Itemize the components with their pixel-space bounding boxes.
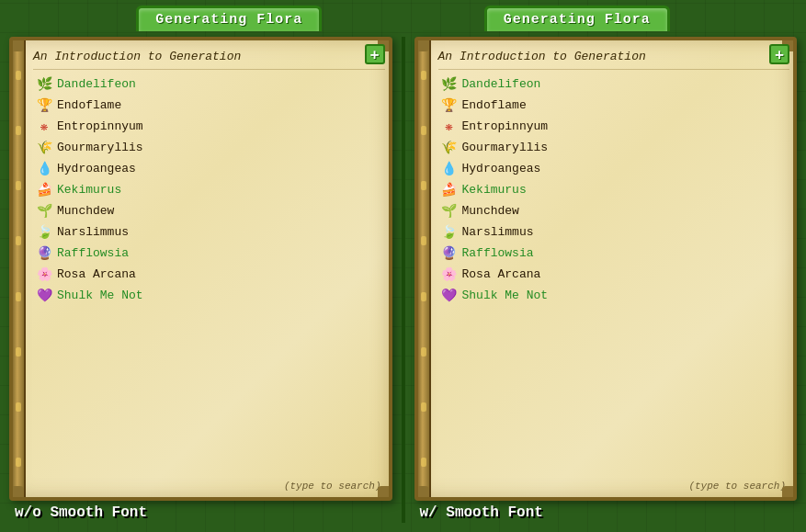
left-bottom-label: w/o Smooth Font xyxy=(9,501,392,523)
flora-name: Hydroangeas xyxy=(57,162,136,175)
flora-name: Dandelifeon xyxy=(462,77,541,91)
flora-name: Gourmaryllis xyxy=(57,141,143,154)
left-flora-list: 🌿Dandelifeon 🏆Endoflame ❋Entropinnyum 🌾G… xyxy=(33,74,385,477)
list-item[interactable]: ❋Entropinnyum xyxy=(438,116,790,136)
right-book-content: + An Introduction to Generation 🌿Dandeli… xyxy=(431,40,794,497)
dandelifeon-icon: 🌿 xyxy=(35,74,53,93)
list-item[interactable]: 🌿Dandelifeon xyxy=(33,74,385,94)
right-binding xyxy=(418,40,431,497)
right-book: + An Introduction to Generation 🌿Dandeli… xyxy=(414,37,798,501)
flora-name: Rosa Arcana xyxy=(462,267,541,281)
right-search-hint: (type to search) xyxy=(438,477,790,493)
kekimurus-icon: 🍰 xyxy=(35,180,53,198)
flora-name: Rosa Arcana xyxy=(57,267,136,281)
rosa-icon: 🌸 xyxy=(440,265,459,283)
rafflowsia-icon: 🔮 xyxy=(440,243,459,262)
list-item[interactable]: 🌿Dandelifeon xyxy=(438,74,790,94)
flora-name: Shulk Me Not xyxy=(57,289,143,302)
list-item[interactable]: 🌸Rosa Arcana xyxy=(33,264,385,284)
panels-container: + An Introduction to Generation 🌿Dandeli… xyxy=(0,37,806,532)
top-bar: Generating Flora Generating Flora xyxy=(0,0,806,37)
left-search-hint: (type to search) xyxy=(33,477,385,493)
entropinnyum-icon: ❋ xyxy=(35,117,53,135)
right-flora-list: 🌿Dandelifeon 🏆Endoflame ❋Entropinnyum 🌾G… xyxy=(438,74,790,477)
left-book-content: + An Introduction to Generation 🌿Dandeli… xyxy=(26,40,389,497)
list-item[interactable]: 🌱Munchdew xyxy=(438,200,790,221)
endoflame-icon: 🏆 xyxy=(440,96,459,114)
flora-name: Dandelifeon xyxy=(57,77,136,91)
flora-name: Endoflame xyxy=(57,98,121,112)
list-item[interactable]: 🍰Kekimurus xyxy=(33,179,385,199)
flora-name: Entropinnyum xyxy=(57,119,143,133)
list-item[interactable]: 🍃Narslimmus xyxy=(438,221,790,242)
right-book-title: An Introduction to Generation xyxy=(438,46,790,70)
right-tab[interactable]: Generating Flora xyxy=(484,6,670,31)
flora-name: Hydroangeas xyxy=(462,162,541,175)
list-item[interactable]: 💧Hydroangeas xyxy=(33,158,385,178)
list-item[interactable]: 🏆Endoflame xyxy=(33,95,385,115)
flora-name: Entropinnyum xyxy=(462,119,549,133)
flora-name: Kekimurus xyxy=(57,183,121,197)
narslimmus-icon: 🍃 xyxy=(440,222,459,241)
list-item[interactable]: 🔮Rafflowsia xyxy=(33,243,385,263)
list-item[interactable]: 🌱Munchdew xyxy=(33,200,385,221)
list-item[interactable]: 💜Shulk Me Not xyxy=(33,285,385,305)
list-item[interactable]: 🏆Endoflame xyxy=(438,95,790,115)
endoflame-icon: 🏆 xyxy=(35,96,53,114)
gourmaryllis-icon: 🌾 xyxy=(440,138,459,156)
hydroangeas-icon: 💧 xyxy=(35,159,53,177)
list-item[interactable]: ❋Entropinnyum xyxy=(33,116,385,136)
list-item[interactable]: 🍰Kekimurus xyxy=(438,179,790,199)
list-item[interactable]: 🌸Rosa Arcana xyxy=(438,264,790,284)
rosa-icon: 🌸 xyxy=(35,265,53,283)
flora-name: Munchdew xyxy=(57,204,114,218)
right-bottom-label: w/ Smooth Font xyxy=(414,501,798,523)
munchdew-icon: 🌱 xyxy=(35,201,53,220)
hydroangeas-icon: 💧 xyxy=(440,159,459,177)
flora-name: Endoflame xyxy=(462,98,527,112)
left-tab[interactable]: Generating Flora xyxy=(136,6,322,31)
flora-name: Rafflowsia xyxy=(462,246,534,260)
flora-name: Narslimmus xyxy=(57,225,129,239)
right-panel: + An Introduction to Generation 🌿Dandeli… xyxy=(414,37,798,523)
flora-name: Narslimmus xyxy=(462,225,534,239)
list-item[interactable]: 🔮Rafflowsia xyxy=(438,243,790,263)
flora-name: Shulk Me Not xyxy=(462,289,549,302)
dandelifeon-icon: 🌿 xyxy=(440,74,459,93)
left-book-title: An Introduction to Generation xyxy=(33,46,385,70)
divider xyxy=(402,37,405,523)
kekimurus-icon: 🍰 xyxy=(440,180,459,198)
left-panel: + An Introduction to Generation 🌿Dandeli… xyxy=(9,37,392,523)
list-item[interactable]: 🌾Gourmaryllis xyxy=(33,137,385,157)
left-binding xyxy=(13,40,26,497)
list-item[interactable]: 🍃Narslimmus xyxy=(33,221,385,242)
list-item[interactable]: 💧Hydroangeas xyxy=(438,158,790,178)
flora-name: Gourmaryllis xyxy=(462,141,549,154)
shulk-icon: 💜 xyxy=(35,286,53,304)
left-plus-button[interactable]: + xyxy=(365,44,385,64)
entropinnyum-icon: ❋ xyxy=(440,117,459,135)
right-plus-button[interactable]: + xyxy=(769,44,789,64)
gourmaryllis-icon: 🌾 xyxy=(35,138,53,156)
list-item[interactable]: 🌾Gourmaryllis xyxy=(438,137,790,157)
list-item[interactable]: 💜Shulk Me Not xyxy=(438,285,790,305)
flora-name: Rafflowsia xyxy=(57,246,129,260)
rafflowsia-icon: 🔮 xyxy=(35,243,53,262)
left-book: + An Introduction to Generation 🌿Dandeli… xyxy=(9,37,392,501)
munchdew-icon: 🌱 xyxy=(440,201,459,220)
shulk-icon: 💜 xyxy=(440,286,459,304)
narslimmus-icon: 🍃 xyxy=(35,222,53,241)
flora-name: Kekimurus xyxy=(462,183,527,197)
flora-name: Munchdew xyxy=(462,204,519,218)
